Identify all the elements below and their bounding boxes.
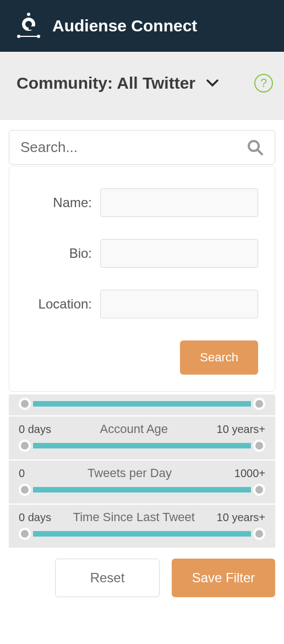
slider-handle-max[interactable] [253,398,265,410]
slider-handle-max[interactable] [253,484,265,496]
slider-max-label: 10 years+ [217,511,265,524]
slider-fill [33,443,251,448]
slider-fill [33,531,251,537]
svg-point-0 [27,13,30,16]
slider-row-time-since-last-tweet: 0 days Time Since Last Tweet 10 years+ [9,504,275,548]
reset-button[interactable]: Reset [55,559,160,597]
community-selector-bar: Community: All Twitter ? [0,52,284,120]
location-label: Location: [26,296,92,312]
slider-track[interactable] [19,398,265,410]
slider-max-label: 10 years+ [217,423,265,436]
app-title: Audiense Connect [52,17,197,35]
svg-line-6 [258,150,262,154]
search-button[interactable]: Search [180,340,258,375]
app-header: Audiense Connect [0,0,284,52]
community-title[interactable]: Community: All Twitter [17,74,195,93]
slider-track[interactable] [19,528,265,540]
slider-handle-max[interactable] [253,528,265,540]
name-row: Name: [26,188,258,217]
slider-title: Tweets per Day [88,466,172,480]
slider-track[interactable] [19,484,265,496]
bio-label: Bio: [26,246,92,261]
slider-row-tweets-per-day: 0 Tweets per Day 1000+ [9,459,275,504]
slider-fill [33,401,251,407]
slider-min-label: 0 days [19,423,51,436]
save-filter-button[interactable]: Save Filter [172,559,275,597]
content-area: Name: Bio: Location: Search 0 days Acco [0,120,284,548]
bio-row: Bio: [26,239,258,268]
logo-icon [17,12,41,40]
chevron-down-icon[interactable] [206,79,219,87]
slider-handle-max[interactable] [253,440,265,452]
svg-rect-1 [29,26,36,30]
slider-handle-min[interactable] [19,440,31,452]
slider-handle-min[interactable] [19,398,31,410]
name-label: Name: [26,195,92,210]
slider-track[interactable] [19,440,265,452]
search-bar [9,130,275,165]
slider-handle-min[interactable] [19,484,31,496]
slider-row-account-age: 0 days Account Age 10 years+ [9,415,275,459]
slider-title: Time Since Last Tweet [73,510,195,524]
slider-labels: 0 days Account Age 10 years+ [19,422,265,436]
help-icon[interactable]: ? [254,74,273,93]
bio-input[interactable] [100,239,258,268]
location-row: Location: [26,290,258,318]
slider-max-label: 1000+ [234,467,265,480]
slider-fill [33,487,251,493]
search-input[interactable] [20,139,247,156]
search-button-row: Search [26,340,258,375]
slider-labels: 0 Tweets per Day 1000+ [19,466,265,480]
name-input[interactable] [100,188,258,217]
search-icon[interactable] [247,139,264,156]
slider-title: Account Age [100,422,168,436]
slider-labels: 0 days Time Since Last Tweet 10 years+ [19,510,265,524]
location-input[interactable] [100,290,258,318]
sliders-section: 0 days Account Age 10 years+ 0 Tweets pe… [9,393,275,548]
slider-min-label: 0 [19,467,25,480]
footer-buttons: Reset Save Filter [0,548,284,608]
slider-row [9,393,275,415]
filter-panel: Name: Bio: Location: Search [9,166,275,392]
slider-handle-min[interactable] [19,528,31,540]
slider-min-label: 0 days [19,511,51,524]
